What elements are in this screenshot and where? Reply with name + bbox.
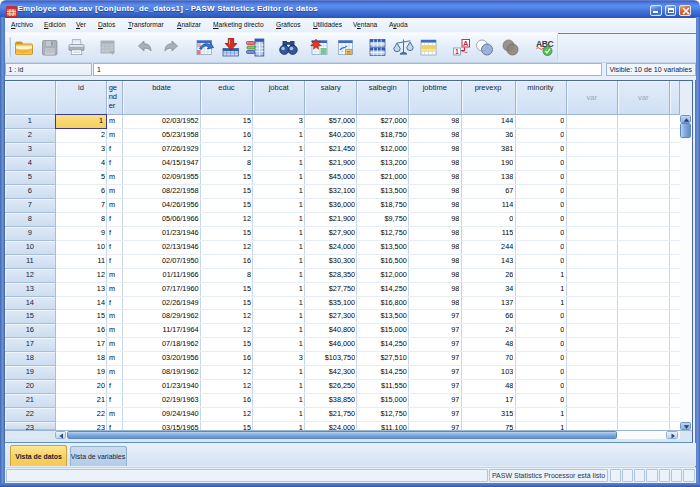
svg-text:1: 1 xyxy=(455,48,459,55)
svg-text:A: A xyxy=(462,39,468,48)
